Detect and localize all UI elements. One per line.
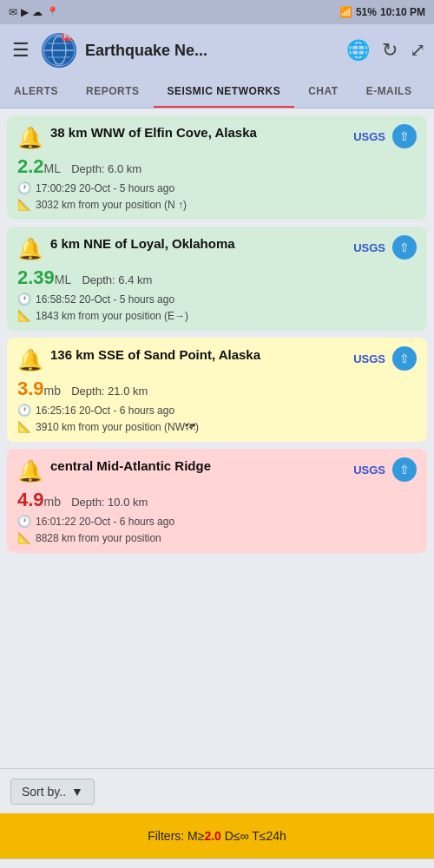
distance-3: 3910 km from your position (NW🗺) (36, 421, 199, 433)
magnitude-1: 2.2ML (17, 155, 66, 177)
earthquake-title-4: central Mid-Atlantic Ridge (50, 457, 211, 475)
tab-bar: ALERTS REPORTS SEISMIC NETWORKS CHAT E-M… (0, 76, 434, 108)
distance-icon-4: 📐 (17, 531, 31, 544)
distance-1: 3032 km from your position (N ↑) (36, 199, 187, 211)
refresh-button[interactable]: ↻ (382, 39, 398, 62)
share-button-3[interactable]: ⇧ (392, 346, 417, 371)
filter-text: Filters: M≥2.0 D≤∞ T≤24h (148, 829, 286, 843)
cloud-icon: ☁ (32, 6, 43, 18)
tab-alerts[interactable]: ALERTS (0, 76, 72, 108)
depth-1: Depth: 6.0 km (71, 162, 141, 175)
usgs-link-1[interactable]: USGS (353, 130, 385, 143)
clock-icon-2: 🕐 (17, 293, 31, 306)
pro-badge: Pro (62, 33, 76, 41)
distance-icon-3: 📐 (17, 420, 31, 433)
tab-emails[interactable]: E-MAILS (352, 76, 426, 108)
earthquake-icon-3: 🔔 (17, 348, 43, 372)
svg-point-0 (45, 36, 73, 64)
earthquake-title-2: 6 km NNE of Loyal, Oklahoma (50, 235, 235, 253)
magnitude-4: 4.9mb (17, 489, 66, 510)
magnitude-3: 3.9mb (17, 378, 66, 399)
earthquake-icon-2: 🔔 (17, 237, 43, 261)
clock: 10:10 PM (380, 6, 425, 18)
share-button-4[interactable]: ⇧ (392, 457, 417, 482)
distance-4: 8828 km from your position (36, 532, 161, 544)
earthquake-card-1[interactable]: 🔔 38 km WNW of Elfin Cove, Alaska USGS ⇧… (7, 115, 427, 220)
depth-4: Depth: 10.0 km (71, 496, 148, 509)
bottom-nav: ● ↵ □ ← (0, 858, 434, 868)
globe-logo-icon (43, 35, 75, 66)
svg-point-1 (52, 36, 66, 64)
distance-icon-2: 📐 (17, 309, 31, 322)
tab-reports[interactable]: REPORTS (72, 76, 154, 108)
earthquake-title-1: 38 km WNW of Elfin Cove, Alaska (50, 124, 257, 141)
app-title: Earthquake Ne... (85, 42, 338, 60)
sort-chevron: ▼ (71, 785, 83, 799)
tab-seismic[interactable]: SEISMIC NETWORKS (154, 76, 295, 108)
earthquake-list: 🔔 38 km WNW of Elfin Cove, Alaska USGS ⇧… (0, 108, 434, 768)
wifi-icon: 📶 (339, 6, 352, 18)
depth-2: Depth: 6.4 km (82, 273, 152, 286)
earthquake-icon-1: 🔔 (17, 126, 43, 150)
play-icon: ▶ (21, 6, 29, 18)
app-logo: Pro (42, 33, 76, 68)
status-right: 📶 51% 10:10 PM (339, 6, 425, 18)
location-icon: 📍 (46, 6, 59, 18)
battery-level: 51% (356, 6, 377, 18)
earthquake-icon-4: 🔔 (17, 459, 43, 483)
filter-bar: Filters: M≥2.0 D≤∞ T≤24h (0, 813, 434, 858)
share-button-1[interactable]: ⇧ (392, 124, 417, 148)
expand-button[interactable]: ⤢ (410, 39, 425, 62)
usgs-link-3[interactable]: USGS (353, 352, 385, 365)
usgs-link-4[interactable]: USGS (353, 464, 385, 477)
header: ☰ Pro Earthquake Ne... 🌐 ↻ ⤢ (0, 24, 434, 76)
header-actions: 🌐 ↻ ⤢ (346, 39, 425, 62)
earthquake-card-2[interactable]: 🔔 6 km NNE of Loyal, Oklahoma USGS ⇧ 2.3… (7, 227, 427, 331)
earthquake-title-3: 136 km SSE of Sand Point, Alaska (50, 346, 260, 364)
share-button-2[interactable]: ⇧ (392, 235, 417, 260)
menu-button[interactable]: ☰ (9, 36, 33, 65)
earthquake-card-3[interactable]: 🔔 136 km SSE of Sand Point, Alaska USGS … (7, 338, 427, 442)
time-1: 17:00:29 20-Oct - 5 hours ago (36, 182, 174, 194)
earthquake-card-4[interactable]: 🔔 central Mid-Atlantic Ridge USGS ⇧ 4.9m… (7, 449, 427, 553)
magnitude-2: 2.39ML (17, 266, 76, 288)
clock-icon-4: 🕐 (17, 515, 31, 528)
usgs-link-2[interactable]: USGS (353, 241, 385, 254)
status-icons: ✉ ▶ ☁ 📍 (9, 6, 59, 18)
time-3: 16:25:16 20-Oct - 6 hours ago (36, 404, 174, 417)
mail-icon: ✉ (9, 6, 17, 18)
time-4: 16:01:22 20-Oct - 6 hours ago (36, 516, 174, 528)
status-bar: ✉ ▶ ☁ 📍 📶 51% 10:10 PM (0, 0, 434, 24)
time-2: 16:58:52 20-Oct - 5 hours ago (36, 293, 174, 306)
globe-button[interactable]: 🌐 (346, 39, 370, 62)
sort-label: Sort by.. (22, 785, 66, 799)
filter-magnitude: 2.0 (204, 829, 220, 843)
tab-chat[interactable]: CHAT (294, 76, 352, 108)
distance-icon-1: 📐 (17, 198, 31, 211)
distance-2: 1843 km from your position (E→) (36, 310, 188, 322)
sort-bar: Sort by.. ▼ (0, 768, 434, 813)
depth-3: Depth: 21.0 km (71, 385, 148, 398)
clock-icon-3: 🕐 (17, 404, 31, 417)
clock-icon-1: 🕐 (17, 181, 31, 194)
sort-button[interactable]: Sort by.. ▼ (10, 779, 95, 805)
